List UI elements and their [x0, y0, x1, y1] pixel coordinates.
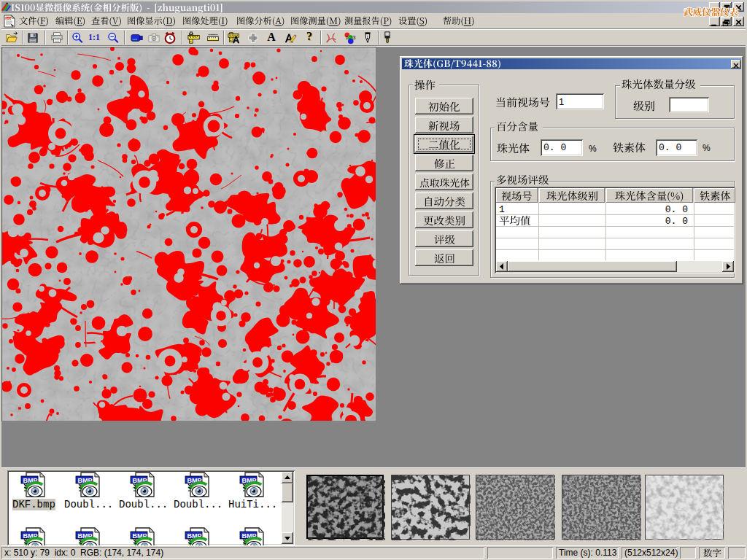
svg-text:1: 1 [346, 34, 349, 41]
svg-text:DOC: DOC [6, 17, 12, 20]
svg-text:2: 2 [349, 34, 352, 41]
svg-text:3: 3 [353, 34, 356, 41]
